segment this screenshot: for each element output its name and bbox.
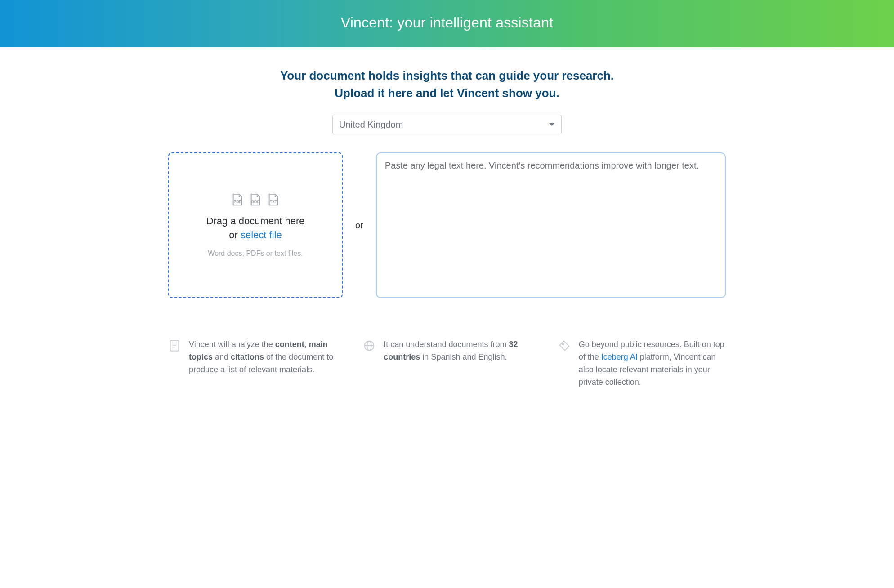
svg-text:DOC: DOC xyxy=(251,200,260,204)
globe-icon xyxy=(363,339,375,352)
document-icon xyxy=(168,339,181,352)
pdf-file-icon: PDF xyxy=(231,193,244,206)
region-select[interactable]: United Kingdom xyxy=(332,115,562,134)
file-dropzone[interactable]: PDF DOC TXT Drag a document here or sele… xyxy=(168,152,343,298)
svg-rect-3 xyxy=(170,340,179,351)
intro-line-2: Upload it here and let Vincent show you. xyxy=(168,85,726,102)
feature-iceberg: Go beyond public resources. Built on top… xyxy=(558,339,726,389)
header-banner: Vincent: your intelligent assistant xyxy=(0,0,894,47)
drag-or-text: or xyxy=(229,229,241,241)
features-row: Vincent will analyze the content, main t… xyxy=(168,339,726,407)
drag-line-1: Drag a document here xyxy=(206,214,305,228)
paste-text-input[interactable] xyxy=(376,152,726,298)
svg-text:PDF: PDF xyxy=(234,200,241,204)
feature-countries-text: It can understand documents from 32 coun… xyxy=(384,339,531,389)
feature-iceberg-text: Go beyond public resources. Built on top… xyxy=(579,339,726,389)
intro-block: Your document holds insights that can gu… xyxy=(168,67,726,102)
tag-icon xyxy=(558,339,571,352)
svg-text:TXT: TXT xyxy=(270,200,277,204)
txt-file-icon: TXT xyxy=(267,193,280,206)
or-divider: or xyxy=(355,220,363,231)
svg-point-10 xyxy=(562,343,563,345)
feature-analyze: Vincent will analyze the content, main t… xyxy=(168,339,336,389)
page-title: Vincent: your intelligent assistant xyxy=(0,14,894,31)
select-file-link[interactable]: select file xyxy=(241,229,282,241)
feature-countries: It can understand documents from 32 coun… xyxy=(363,339,531,389)
iceberg-ai-link[interactable]: Iceberg AI xyxy=(601,352,638,361)
feature-analyze-text: Vincent will analyze the content, main t… xyxy=(189,339,336,389)
dropzone-hint: Word docs, PDFs or text files. xyxy=(208,249,303,258)
doc-file-icon: DOC xyxy=(249,193,262,206)
intro-line-1: Your document holds insights that can gu… xyxy=(168,67,726,85)
file-type-icons: PDF DOC TXT xyxy=(231,193,280,206)
dropzone-text: Drag a document here or select file xyxy=(206,214,305,242)
